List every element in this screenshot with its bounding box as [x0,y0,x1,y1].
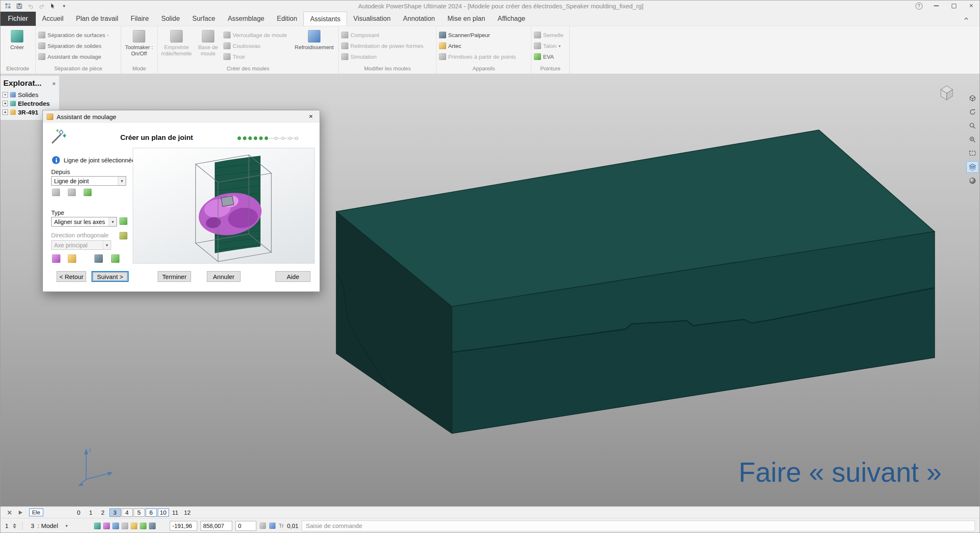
line-style-icon[interactable] [140,523,146,529]
artec-button[interactable]: Artec [439,42,516,50]
level-0[interactable]: 0 [73,508,84,517]
dialog-close-icon[interactable]: × [302,110,320,123]
tab-assistants[interactable]: Assistants [303,12,347,26]
creer-electrode-button[interactable]: Créer [2,27,32,65]
workplane-icon[interactable] [103,523,110,529]
view-cube[interactable] [938,83,956,103]
tab-fichier[interactable]: Fichier [0,12,36,26]
preview-tool-icon[interactable] [52,254,60,263]
depuis-dropdown[interactable]: Ligne de joint ▾ [51,176,126,186]
coulisseau-button[interactable]: Coulisseau [223,42,291,50]
level-1[interactable]: 1 [85,508,97,517]
level-4[interactable]: 4 [122,508,133,517]
level-3[interactable]: 3 [109,508,121,517]
expand-icon[interactable]: + [2,110,8,115]
edit-coordinates-icon[interactable] [269,523,275,529]
grid-icon[interactable] [112,523,119,529]
tree-item-solides[interactable]: + Solides [0,90,59,99]
direction-dropdown[interactable]: Axe principal ▾ [51,240,111,250]
level-filter-button[interactable]: Ele [29,508,43,516]
position-lock-icon[interactable] [260,523,266,529]
tab-filaire[interactable]: Filaire [124,12,155,26]
tab-mise-en-plan[interactable]: Mise en plan [441,12,491,26]
level-12[interactable]: 12 [182,508,193,517]
qat-customize-icon[interactable]: ▾ [60,2,68,10]
tab-visualisation[interactable]: Visualisation [347,12,397,26]
primitives-button[interactable]: Primitives à partir de points [439,53,516,60]
tab-solide[interactable]: Solide [155,12,186,26]
iso-view-icon[interactable] [966,92,979,104]
undo-icon[interactable] [27,2,34,10]
relimitation-button[interactable]: Relimitation de power-formes [341,42,424,50]
maximize-icon[interactable] [945,0,963,12]
expand-icon[interactable]: + [2,101,8,106]
assistant-de-moulage-button[interactable]: Assistant de moulage [38,53,109,60]
zoom-icon[interactable] [966,120,979,132]
intelligent-cursor-icon[interactable] [94,523,101,529]
level-clear-icon[interactable] [6,509,13,516]
levels-view-icon[interactable] [966,161,979,173]
verrouillage-button[interactable]: Verrouillage de moule [223,31,291,39]
semelle-button[interactable]: Semelle [534,31,563,39]
rotate-view-icon[interactable] [966,106,979,118]
table-tool-icon[interactable] [94,254,103,263]
scanner-palpeur-button[interactable]: Scanner/Palpeur [439,31,516,39]
tiroir-button[interactable]: Tiroir [223,53,291,60]
base-de-moule-button[interactable]: Base de moule [194,27,222,65]
tab-plan-de-travail[interactable]: Plan de travail [70,12,124,26]
level-10[interactable]: 10 [158,508,169,517]
z-coordinate-field[interactable] [236,521,256,531]
direction-option-icon[interactable] [119,232,127,239]
help-icon[interactable]: ? [910,0,928,12]
next-button[interactable]: Suivant > [92,271,129,282]
workplane-counter[interactable]: 1 [3,522,16,529]
solid-tool-icon[interactable] [111,254,119,263]
close-icon[interactable]: × [963,0,980,12]
redo-icon[interactable] [38,2,45,10]
level-5[interactable]: 5 [134,508,145,517]
cancel-button[interactable]: Annuler [207,271,241,282]
dialog-title-bar[interactable]: Assistant de moulage × [43,110,320,123]
level-11[interactable]: 11 [170,508,181,517]
y-coordinate-field[interactable] [201,521,232,531]
finish-button[interactable]: Terminer [158,271,191,282]
explorer-close-icon[interactable]: × [52,80,56,87]
separation-de-solides-button[interactable]: Séparation de solides [38,42,109,50]
back-button[interactable]: < Retour [57,271,86,282]
tab-affichage[interactable]: Affichage [491,12,531,26]
clipboard-icon[interactable] [149,523,156,529]
eva-button[interactable]: EVA [534,53,563,60]
tree-item-electrodes[interactable]: + Electrodes [0,99,59,108]
toolmaker-button[interactable]: Toolmaker : On/Off [124,27,154,65]
tab-assemblage[interactable]: Assemblage [221,12,270,26]
levels-palette-icon[interactable] [131,523,137,529]
add-selection-tool-icon[interactable] [84,189,92,196]
snap-icon[interactable] [122,523,128,529]
save-icon[interactable] [15,2,23,10]
level-arrow-icon[interactable] [17,509,24,516]
type-dropdown[interactable]: Aligner sur les axes ▾ [51,217,117,227]
separation-de-surfaces-button[interactable]: Séparation de surfaces › [38,31,109,39]
app-icon[interactable] [4,2,12,10]
tab-edition[interactable]: Edition [270,12,303,26]
composant-button[interactable]: Composant [341,31,424,39]
level-2[interactable]: 2 [97,508,109,517]
minimize-icon[interactable] [928,0,945,12]
expand-icon[interactable]: + [2,92,8,97]
pick-curve-tool-icon[interactable] [68,189,76,196]
tab-accueil[interactable]: Accueil [36,12,70,26]
simulation-button[interactable]: Simulation [341,53,424,60]
spinner-icon[interactable] [13,523,16,528]
command-input[interactable] [302,521,975,531]
zoom-in-icon[interactable] [966,134,979,145]
tab-surface[interactable]: Surface [186,12,221,26]
zoom-box-icon[interactable] [966,147,979,159]
3d-viewport[interactable]: Explorat... × + Solides + Electrodes + 3… [0,74,980,506]
talon-button[interactable]: Talon ▾ [534,42,563,50]
shading-mode-icon[interactable] [966,175,979,187]
parting-line-tool-icon[interactable] [52,189,60,196]
model-selector[interactable]: 3 : Model ▾ [28,522,91,529]
axes-option-icon[interactable] [119,217,127,225]
tab-annotation[interactable]: Annotation [397,12,442,26]
x-coordinate-field[interactable] [170,521,197,531]
